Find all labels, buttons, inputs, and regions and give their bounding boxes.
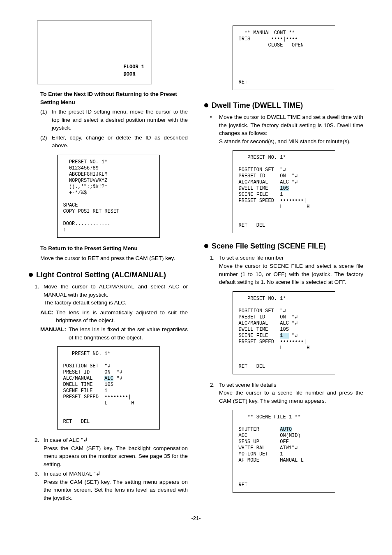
step-text: In the preset ID setting menu, move the …: [52, 108, 188, 132]
item-bullet: •: [210, 113, 219, 145]
step-number: 2.: [210, 381, 219, 405]
screen-title: PRESET NO. 1*: [239, 296, 286, 302]
return-text: Move the cursor to RET and press the CAM…: [40, 254, 188, 262]
scene-file-heading: Scene File Setting (SCENE FILE): [212, 241, 326, 251]
preset-menu-dwell-screen: PRESET NO. 1* POSITION SET "↲ PRESET ID …: [233, 150, 335, 233]
step-body: Press the CAM (SET) key. The backlight c…: [44, 444, 188, 469]
alc-description: The lens iris is automatically adjusted …: [56, 309, 188, 325]
alc-manual-heading: Light Control Setting (ALC/MANUAL): [36, 269, 166, 280]
step-number: 1.: [35, 283, 44, 307]
page-number: -21-: [29, 515, 363, 522]
enter-next-heading: To Enter the Next ID without Returning t…: [40, 90, 188, 106]
screen-body: POSITION SET "↲ PRESET ID ON "↲ ALC/MANU…: [63, 363, 134, 425]
step-text: To set a scene file number: [219, 255, 284, 261]
factory-default-text: The factory default setting is ALC.: [44, 300, 127, 306]
step-number: 2.: [35, 436, 44, 468]
camera-view-screen: FLOOR 1 DOOR: [37, 21, 152, 84]
section-bullet-icon: [204, 244, 208, 248]
step-number: 1.: [210, 254, 219, 286]
camera-view-text: FLOOR 1 DOOR: [124, 64, 144, 78]
preset-id-editor-text: PRESET NO. 1* 0123456789 ABCDEFGHIJKLM N…: [63, 159, 120, 233]
manual-label: MANUAL:: [40, 325, 66, 341]
dwell-text: Move the cursor to DWELL TIME and set a …: [219, 114, 363, 136]
scene-file-detail-screen: ** SCENE FILE 1 ** SHUTTER AUTO AGC ON(M…: [233, 410, 335, 493]
preset-menu-scene-screen: PRESET NO. 1* POSITION SET "↲ PRESET ID …: [233, 291, 335, 374]
step-number: (1): [40, 108, 52, 132]
preset-menu-alc-screen: PRESET NO. 1* POSITION SET "↲ PRESET ID …: [57, 346, 160, 430]
screen-body: SHUTTER AUTO AGC ON(MID) SENS UP OFF WHI…: [239, 427, 304, 488]
step-text: In case of MANUAL: [44, 471, 94, 477]
step-text: Move the cursor to ALC/MANUAL and select…: [44, 283, 188, 298]
screen-title: ** SCENE FILE 1 **: [239, 414, 301, 420]
manual-description: The lens iris is fixed at the set value …: [69, 325, 188, 341]
section-bullet-icon: [29, 273, 33, 277]
screen-body: IRIS ••••|•••• CLOSE OPEN RET: [239, 36, 304, 85]
screen-title: ** MANUAL CONT **: [239, 30, 295, 36]
screen-body: POSITION SET "↲ PRESET ID ON "↲ ALC/MANU…: [239, 308, 310, 369]
step-text: Enter, copy, change or delete the ID as …: [52, 134, 188, 150]
section-bullet-icon: [204, 103, 208, 107]
submenu-icon: "↲: [81, 437, 88, 443]
alc-label: ALC:: [40, 309, 53, 325]
preset-id-editor-screen: PRESET NO. 1* 0123456789 ABCDEFGHIJKLM N…: [57, 155, 160, 238]
submenu-icon: "↲: [94, 471, 101, 477]
return-heading: To Return to the Preset Setting Menu: [40, 244, 188, 253]
manual-cont-screen: ** MANUAL CONT ** IRIS ••••|•••• CLOSE O…: [233, 26, 335, 90]
step-body: Press the CAM (SET) key. The setting men…: [44, 478, 188, 502]
step-body: Move the cursor to a scene file number a…: [219, 389, 363, 405]
step-number: (2): [40, 134, 52, 150]
screen-body: POSITION SET "↲ PRESET ID ON "↲ ALC/MANU…: [239, 167, 310, 228]
dwell-text-2: S stands for second(s), and MIN stands f…: [219, 138, 350, 144]
step-body: Move the cursor to SCENE FILE and select…: [219, 262, 363, 286]
dwell-time-heading: Dwell Time (DWELL TIME): [212, 100, 303, 111]
screen-title: PRESET NO. 1*: [239, 155, 286, 160]
step-number: 3.: [35, 470, 44, 502]
step-text: In case of ALC: [44, 437, 81, 443]
step-text: To set scene file details: [219, 382, 277, 388]
screen-title: PRESET NO. 1*: [63, 351, 111, 357]
